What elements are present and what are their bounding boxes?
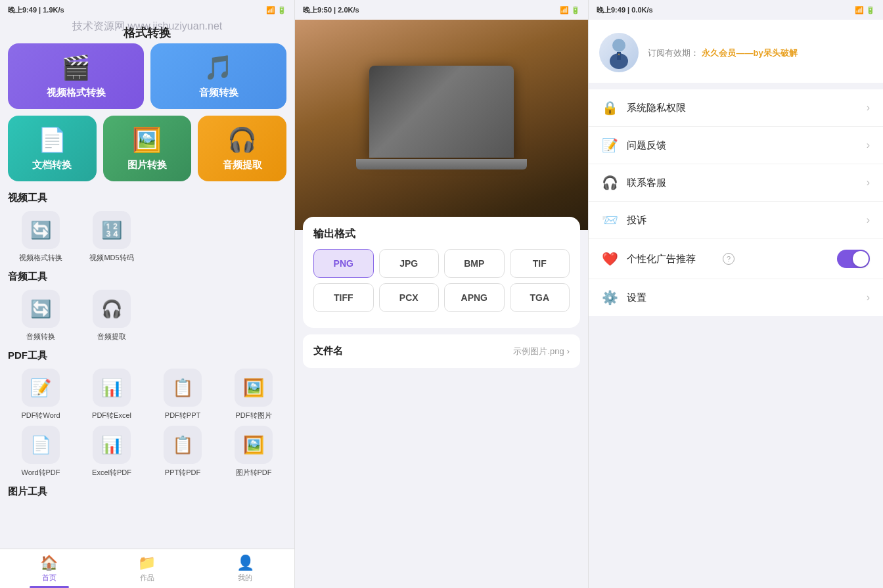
card-audio-label: 音频转换 — [199, 87, 238, 99]
filename-label: 文件名 — [313, 345, 343, 357]
status-bar-right: 晚上9:49 | 0.0K/s 📶 🔋 — [589, 0, 883, 20]
card-video-convert[interactable]: 🎬 视频格式转换 — [8, 43, 144, 109]
filename-row[interactable]: 文件名 示例图片.png › — [303, 334, 580, 368]
support-arrow-icon: › — [867, 177, 870, 189]
complaint-icon: 📨 — [602, 212, 618, 228]
tool-excel-pdf-icon: 📊 — [93, 426, 131, 464]
settings-feedback[interactable]: 📝 问题反馈 › — [589, 127, 883, 164]
config-label: 设置 — [627, 292, 857, 304]
fmt-tiff[interactable]: TIFF — [313, 283, 374, 312]
tool-pdf-excel-icon: 📊 — [93, 369, 131, 407]
settings-list: 🔒 系统隐私权限 › 📝 问题反馈 › 🎧 联系客服 › 📨 投诉 › ❤️ 个… — [589, 89, 883, 316]
tool-img-pdf-icon: 🖼️ — [235, 426, 273, 464]
avatar — [599, 33, 639, 72]
avatar-illustration — [606, 36, 632, 69]
settings-config[interactable]: ⚙️ 设置 › — [589, 279, 883, 316]
fmt-pcx[interactable]: PCX — [379, 283, 440, 312]
complaint-arrow-icon: › — [867, 214, 870, 226]
nav-works-left[interactable]: 📁 作品 — [98, 554, 196, 583]
card-audio-convert[interactable]: 🎵 音频转换 — [150, 43, 286, 109]
laptop-screen — [369, 66, 514, 158]
tool-word-pdf[interactable]: 📄 Word转PDF — [8, 426, 74, 478]
section-title-audio: 音频工具 — [8, 271, 286, 283]
fmt-jpg[interactable]: JPG — [379, 249, 440, 278]
scroll-area-left: 🎬 视频格式转换 🎵 音频转换 📄 文档转换 🖼️ 图片转换 🎧 音频提取 — [0, 43, 294, 588]
tool-audio-extract[interactable]: 🎧 音频提取 — [79, 290, 145, 342]
tool-pdf-word[interactable]: 📝 PDF转Word — [8, 369, 74, 420]
tool-pdf-excel[interactable]: 📊 PDF转Excel — [79, 369, 145, 420]
page-title-left: 格式转换 — [0, 20, 294, 43]
tool-video-md5[interactable]: 🔢 视频MD5转码 — [79, 211, 145, 263]
tool-pdf-image[interactable]: 🖼️ PDF转图片 — [221, 369, 286, 420]
tool-video-format-label: 视频格式转换 — [19, 253, 62, 263]
card-audio-extract[interactable]: 🎧 音频提取 — [198, 116, 286, 181]
settings-support[interactable]: 🎧 联系客服 › — [589, 164, 883, 202]
tool-excel-pdf[interactable]: 📊 Excel转PDF — [79, 426, 145, 478]
format-row-2: TIFF PCX APNG TGA — [313, 283, 570, 312]
laptop-base — [356, 159, 527, 170]
tool-audio-convert[interactable]: 🔄 音频转换 — [8, 290, 74, 342]
svg-rect-2 — [617, 52, 621, 60]
output-format-title: 输出格式 — [313, 227, 570, 241]
nav-home-icon-left: 🏠 — [40, 554, 58, 572]
settings-privacy[interactable]: 🔒 系统隐私权限 › — [589, 89, 883, 127]
tool-ppt-pdf[interactable]: 📋 PPT转PDF — [150, 426, 215, 478]
tool-audio-extract-icon: 🎧 — [93, 290, 131, 328]
tool-pdf-excel-label: PDF转Excel — [92, 411, 131, 420]
ads-toggle[interactable] — [837, 250, 870, 268]
format-row-1: PNG JPG BMP TIF — [313, 249, 570, 278]
svg-point-0 — [612, 39, 625, 52]
privacy-arrow-icon: › — [867, 102, 870, 114]
settings-complaint[interactable]: 📨 投诉 › — [589, 202, 883, 239]
tool-video-format-icon: 🔄 — [22, 211, 60, 249]
profile-info: 订阅有效期： 永久会员——by呆头破解 — [648, 47, 872, 59]
fmt-bmp[interactable]: BMP — [444, 249, 505, 278]
fmt-tga[interactable]: TGA — [510, 283, 570, 312]
audio-tools-grid: 🔄 音频转换 🎧 音频提取 — [8, 290, 286, 342]
format-section: 输出格式 PNG JPG BMP TIF TIFF PCX APNG TGA — [303, 217, 580, 328]
fmt-tif[interactable]: TIF — [510, 249, 570, 278]
card-video-label: 视频格式转换 — [47, 87, 106, 99]
subscription-value: 永久会员——by呆头破解 — [702, 48, 797, 58]
pdf-tools-grid: 📝 PDF转Word 📊 PDF转Excel 📋 PDF转PPT 🖼️ PDF转… — [8, 369, 286, 478]
bottom-nav-left: 🏠 首页 📁 作品 👤 我的 — [0, 549, 294, 588]
big-cards-row1: 🎬 视频格式转换 🎵 音频转换 — [8, 43, 286, 109]
status-icons-left: 📶 🔋 — [266, 6, 286, 14]
tool-img-pdf[interactable]: 🖼️ 图片转PDF — [221, 426, 286, 478]
subscription-label: 订阅有效期： — [648, 48, 699, 58]
tool-word-pdf-label: Word转PDF — [21, 468, 60, 478]
nav-mine-left[interactable]: 👤 我的 — [196, 554, 294, 583]
fmt-png[interactable]: PNG — [313, 249, 374, 278]
tool-img-pdf-label: 图片转PDF — [236, 468, 272, 478]
video-tools-grid: 🔄 视频格式转换 🔢 视频MD5转码 — [8, 211, 286, 263]
tool-audio-convert-icon: 🔄 — [22, 290, 60, 328]
fmt-apng[interactable]: APNG — [444, 283, 505, 312]
nav-home-left[interactable]: 🏠 首页 — [0, 554, 98, 583]
card-image-icon: 🖼️ — [132, 126, 162, 154]
tool-excel-pdf-label: Excel转PDF — [92, 468, 131, 478]
ads-icon: ❤️ — [602, 251, 618, 267]
ads-toggle-knob — [853, 251, 869, 267]
status-icons-mid: 📶 🔋 — [560, 6, 580, 14]
nav-works-icon-left: 📁 — [138, 554, 156, 572]
card-doc-icon: 📄 — [37, 126, 67, 154]
section-title-video: 视频工具 — [8, 192, 286, 204]
tool-video-format[interactable]: 🔄 视频格式转换 — [8, 211, 74, 263]
feedback-icon: 📝 — [602, 137, 618, 153]
ads-label: 个性化广告推荐 — [627, 253, 711, 265]
panel-left: 晚上9:49 | 1.9K/s 📶 🔋 格式转换 🎬 视频格式转换 🎵 音频转换… — [0, 0, 294, 588]
nav-home-label-left: 首页 — [42, 573, 57, 583]
feedback-arrow-icon: › — [867, 139, 870, 151]
card-doc-convert[interactable]: 📄 文档转换 — [8, 116, 97, 181]
card-image-convert[interactable]: 🖼️ 图片转换 — [103, 116, 192, 181]
settings-ads[interactable]: ❤️ 个性化广告推荐 ? — [589, 239, 883, 279]
tool-pdf-ppt-icon: 📋 — [164, 369, 202, 407]
tool-pdf-ppt[interactable]: 📋 PDF转PPT — [150, 369, 215, 420]
tool-pdf-word-icon: 📝 — [22, 369, 60, 407]
card-audio-icon: 🎵 — [204, 54, 233, 81]
tool-pdf-image-label: PDF转图片 — [236, 411, 272, 420]
ads-help-icon[interactable]: ? — [723, 253, 735, 265]
support-icon: 🎧 — [602, 175, 618, 191]
preview-image-area — [295, 20, 588, 230]
card-doc-label: 文档转换 — [32, 159, 72, 171]
